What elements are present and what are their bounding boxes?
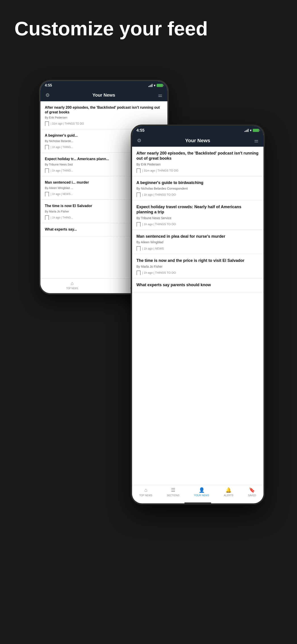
status-icons-front: ▾ — [245, 128, 259, 132]
time-front: 4:55 — [137, 128, 145, 133]
news-meta-front-4: | 1h ago | THINGS TO DO — [137, 270, 259, 275]
wifi-icon-back: ▾ — [154, 84, 155, 87]
news-meta-front-3: | 1h ago | NEWS — [137, 246, 259, 251]
page-title: Customize your feed — [14, 18, 283, 40]
bookmark-icon-front-0[interactable] — [137, 168, 141, 173]
news-author-front-2: By Tribune News Service — [137, 216, 259, 220]
news-author-front-4: By Marla Jo Fisher — [137, 265, 259, 268]
bookmark-icon-front-3[interactable] — [137, 246, 141, 251]
signal-icon-front — [245, 129, 249, 132]
nav-top-news-back[interactable]: ⌂ TOP NEWS — [66, 280, 78, 290]
news-meta-front-2: | 1h ago | THINGS TO DO — [137, 222, 259, 226]
your-news-icon-front: 👤 — [199, 487, 205, 493]
bookmark-icon-back-4[interactable] — [45, 215, 49, 220]
news-author-front-0: By Erik Pedersen — [137, 162, 259, 166]
bookmark-icon-back-0[interactable] — [45, 122, 49, 126]
news-title-front-1: A beginner's guide to birdwatching — [137, 180, 259, 185]
bookmark-icon-front-1[interactable] — [137, 192, 141, 197]
news-title-front-2: Expect holiday travel crowds: Nearly hal… — [137, 204, 259, 215]
phones-container: 4:55 ▾ ⚙ Your News ⚌ — [26, 62, 272, 554]
news-list-front: After nearly 200 episodes, the 'Backlist… — [132, 147, 264, 485]
news-item-front-3[interactable]: Man sentenced in plea deal for nurse's m… — [132, 230, 264, 254]
nav-sections-front[interactable]: ☰ SECTIONS — [167, 487, 179, 497]
news-title-front-5: What experts say parents should know — [137, 282, 259, 288]
app-header-back: ⚙ Your News ⚌ — [40, 89, 167, 101]
news-meta-front-1: | 1h ago | THINGS TO DO — [137, 192, 259, 197]
news-title-front-3: Man sentenced in plea deal for nurse's m… — [137, 234, 259, 239]
header-title-front: Your News — [185, 138, 210, 144]
news-author-front-1: By Nicholas Belardes Correspondent — [137, 187, 259, 190]
bookmark-icon-back-2[interactable] — [45, 168, 49, 173]
news-item-front-4[interactable]: The time is now and the price is right t… — [132, 254, 264, 278]
bottom-nav-front: ⌂ TOP NEWS ☰ SECTIONS 👤 YOUR NEWS 🔔 ALER… — [132, 485, 264, 501]
news-title-front-0: After nearly 200 episodes, the 'Backlist… — [137, 151, 259, 161]
app-header-front: ⚙ Your News ⚌ — [132, 134, 264, 147]
nav-top-news-front[interactable]: ⌂ TOP NEWS — [139, 487, 152, 497]
news-item-front-0[interactable]: After nearly 200 episodes, the 'Backlist… — [132, 147, 264, 176]
bookmark-icon-back-1[interactable] — [45, 145, 49, 149]
filter-icon-front[interactable]: ⚌ — [254, 138, 259, 144]
settings-icon-front[interactable]: ⚙ — [137, 138, 141, 144]
news-item-front-5[interactable]: What experts say parents should know — [132, 278, 264, 292]
filter-icon-back[interactable]: ⚌ — [158, 92, 162, 98]
news-item-front-2[interactable]: Expect holiday travel crowds: Nearly hal… — [132, 200, 264, 230]
news-item-front-1[interactable]: A beginner's guide to birdwatching By Ni… — [132, 176, 264, 200]
alerts-icon-front: 🔔 — [226, 487, 232, 493]
status-bar-back: 4:55 ▾ — [40, 81, 167, 89]
wifi-icon-front: ▾ — [250, 128, 251, 132]
header-title-back: Your News — [92, 92, 115, 98]
battery-icon-front — [253, 129, 259, 132]
news-author-front-3: By Aileen Wingblad — [137, 240, 259, 244]
news-title-back-0: After nearly 200 episodes, the 'Backlist… — [45, 105, 163, 115]
bookmark-icon-back-3[interactable] — [45, 192, 49, 196]
nav-saved-front[interactable]: 🔖 SAVED — [248, 487, 256, 497]
news-author-back-0: By Erik Pedersen — [45, 116, 163, 119]
bookmark-icon-front-2[interactable] — [137, 222, 141, 226]
home-icon-back: ⌂ — [71, 280, 73, 286]
saved-icon-front: 🔖 — [249, 487, 255, 493]
phone-front-screen: 4:55 ▾ ⚙ Your News ⚌ — [132, 126, 264, 503]
sections-icon-front: ☰ — [171, 487, 175, 493]
nav-your-news-front[interactable]: 👤 YOUR NEWS — [194, 487, 209, 497]
status-icons-back: ▾ — [148, 84, 163, 87]
home-icon-front: ⌂ — [144, 487, 147, 493]
news-meta-front-0: | 31m ago | THINGS TO DO — [137, 168, 259, 173]
signal-icon-back — [148, 84, 152, 87]
battery-icon-back — [157, 84, 163, 87]
settings-icon-back[interactable]: ⚙ — [45, 92, 50, 98]
bookmark-icon-front-4[interactable] — [137, 270, 141, 275]
home-indicator-front — [184, 502, 211, 503]
nav-alerts-front[interactable]: 🔔 ALERTS — [224, 487, 233, 497]
time-back: 4:55 — [45, 84, 52, 88]
news-title-front-4: The time is now and the price is right t… — [137, 258, 259, 263]
status-bar-front: 4:55 ▾ — [132, 126, 264, 134]
phone-front: 4:55 ▾ ⚙ Your News ⚌ — [131, 124, 265, 505]
